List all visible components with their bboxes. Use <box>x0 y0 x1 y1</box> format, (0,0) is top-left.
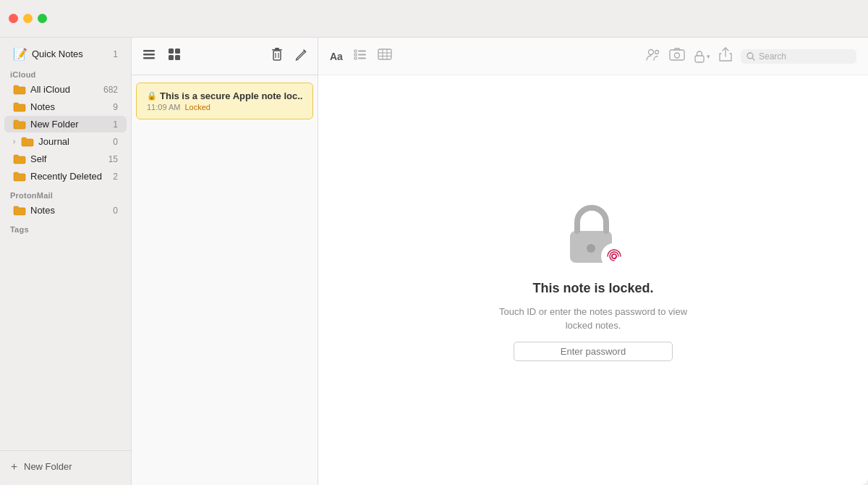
notes-count: 9 <box>113 102 118 112</box>
maximize-button[interactable] <box>38 14 47 23</box>
svg-rect-2 <box>143 57 155 59</box>
detail-panel: Aa <box>318 38 868 485</box>
folder-icon <box>13 154 26 164</box>
notes-content: 🔒 This is a secure Apple note loc... 11:… <box>132 75 318 485</box>
journal-count: 0 <box>113 137 118 147</box>
new-folder-count: 1 <box>113 119 118 130</box>
folder-icon <box>13 119 26 130</box>
self-count: 15 <box>109 154 118 164</box>
note-time: 11:09 AM <box>147 103 180 111</box>
all-icloud-label: All iCloud <box>30 84 99 95</box>
lock-icon-container <box>561 200 626 272</box>
new-folder-button[interactable]: ＋ New Folder <box>9 457 122 476</box>
search-box[interactable]: Search <box>741 49 856 64</box>
format-text-button[interactable]: Aa <box>330 51 343 62</box>
sidebar-item-new-folder[interactable]: New Folder 1 <box>4 116 127 132</box>
collaborate-button[interactable] <box>646 48 660 64</box>
sidebar-item-journal[interactable]: › Journal 0 <box>4 133 127 150</box>
svg-rect-15 <box>354 50 357 52</box>
note-status: Locked <box>184 103 210 111</box>
svg-rect-9 <box>273 51 281 60</box>
self-label: Self <box>30 153 104 164</box>
sidebar-item-self[interactable]: Self 15 <box>4 151 127 167</box>
photo-button[interactable] <box>669 48 685 64</box>
sidebar-item-quick-notes[interactable]: 📝 Quick Notes 1 <box>4 44 127 64</box>
notes-list-panel: 🔒 This is a secure Apple note loc... 11:… <box>132 38 318 485</box>
plus-icon: ＋ <box>9 460 20 473</box>
quick-notes-count: 1 <box>113 49 118 59</box>
svg-point-23 <box>649 50 654 55</box>
share-button[interactable] <box>719 47 732 65</box>
sidebar: 📝 Quick Notes 1 iCloud All iCloud 682 <box>0 38 132 485</box>
sidebar-item-protonmail-notes[interactable]: Notes 0 <box>4 202 127 219</box>
svg-rect-17 <box>354 57 357 59</box>
notes-label: Notes <box>30 101 109 112</box>
svg-rect-27 <box>695 56 704 62</box>
svg-rect-25 <box>670 50 684 60</box>
recently-deleted-label: Recently Deleted <box>30 171 109 182</box>
icloud-header: iCloud <box>0 64 131 80</box>
checklist-button[interactable] <box>353 48 367 64</box>
password-input[interactable] <box>514 342 673 361</box>
list-view-button[interactable] <box>142 48 156 64</box>
svg-rect-5 <box>169 55 174 60</box>
svg-rect-1 <box>143 54 155 56</box>
detail-toolbar: Aa <box>318 38 868 75</box>
folder-icon <box>13 102 26 112</box>
svg-point-24 <box>655 51 659 54</box>
note-card-secure[interactable]: 🔒 This is a secure Apple note loc... 11:… <box>136 83 313 119</box>
traffic-lights <box>9 14 47 23</box>
main-layout: 📝 Quick Notes 1 iCloud All iCloud 682 <box>0 38 868 485</box>
svg-rect-18 <box>378 49 391 59</box>
lock-button[interactable]: ▾ <box>694 50 710 63</box>
svg-rect-14 <box>358 58 366 59</box>
note-card-title: 🔒 This is a secure Apple note loc... <box>147 90 302 101</box>
detail-body: This note is locked. Touch ID or enter t… <box>318 75 868 485</box>
protonmail-header: ProtonMail <box>0 185 131 201</box>
folder-icon <box>21 137 34 147</box>
search-icon <box>746 52 755 61</box>
folder-icon <box>13 172 26 182</box>
svg-rect-4 <box>175 48 180 54</box>
svg-point-32 <box>601 243 627 269</box>
delete-button[interactable] <box>271 47 283 65</box>
svg-line-29 <box>753 58 755 60</box>
svg-point-31 <box>587 244 595 253</box>
sidebar-item-all-icloud[interactable]: All iCloud 682 <box>4 81 127 98</box>
folder-icon <box>13 206 26 216</box>
all-icloud-count: 682 <box>103 85 118 95</box>
svg-rect-7 <box>275 48 279 49</box>
sidebar-top: 📝 Quick Notes 1 iCloud All iCloud 682 <box>0 38 131 240</box>
sidebar-item-notes[interactable]: Notes 9 <box>4 98 127 115</box>
minimize-button[interactable] <box>23 14 33 23</box>
tags-header: Tags <box>0 219 131 237</box>
lock-small-icon: 🔒 <box>147 91 157 101</box>
svg-rect-0 <box>143 50 155 52</box>
journal-label: Journal <box>38 136 109 147</box>
svg-rect-16 <box>354 54 357 56</box>
chevron-right-icon: › <box>13 138 15 146</box>
grid-view-button[interactable] <box>168 48 181 64</box>
note-card-meta: 11:09 AM Locked <box>147 103 302 111</box>
protonmail-notes-label: Notes <box>30 205 109 216</box>
svg-rect-6 <box>175 55 180 60</box>
titlebar <box>0 0 868 38</box>
svg-point-26 <box>675 53 680 58</box>
quick-notes-label: Quick Notes <box>32 48 109 59</box>
folder-icon <box>13 85 26 95</box>
sidebar-item-recently-deleted[interactable]: Recently Deleted 2 <box>4 168 127 185</box>
svg-rect-3 <box>169 48 174 54</box>
fingerprint-icon <box>601 243 627 269</box>
notes-list-toolbar <box>132 38 318 75</box>
app-window: 📝 Quick Notes 1 iCloud All iCloud 682 <box>0 0 868 485</box>
detail-toolbar-left: Aa <box>330 48 636 64</box>
close-button[interactable] <box>9 14 18 23</box>
detail-toolbar-right: ▾ Search <box>646 47 856 65</box>
svg-rect-12 <box>358 51 366 52</box>
search-placeholder: Search <box>759 51 786 62</box>
compose-button[interactable] <box>294 48 307 64</box>
protonmail-notes-count: 0 <box>113 206 118 216</box>
sidebar-bottom: ＋ New Folder <box>0 450 131 485</box>
table-button[interactable] <box>378 48 392 64</box>
recently-deleted-count: 2 <box>113 172 118 182</box>
